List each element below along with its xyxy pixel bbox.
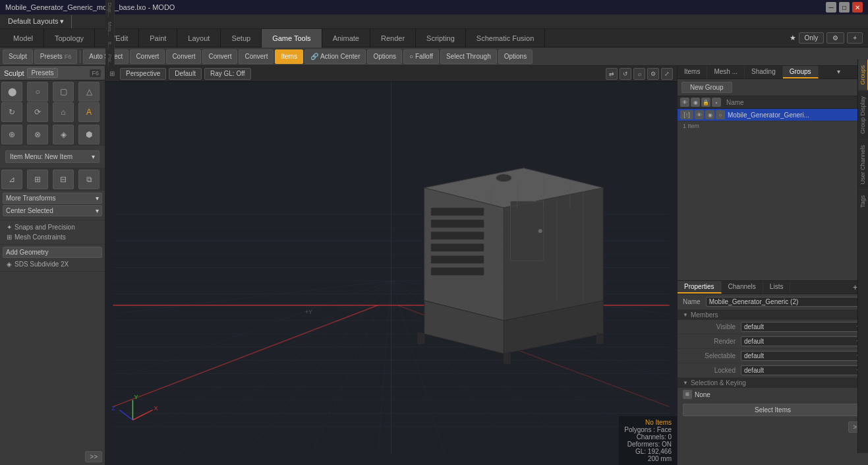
tab-render[interactable]: Render <box>370 29 416 47</box>
minimize-button[interactable]: ─ <box>826 2 836 13</box>
falloff-button[interactable]: ○ Falloff <box>403 49 439 64</box>
tab-model[interactable]: Model <box>3 29 44 47</box>
viewport-icon4[interactable]: ⚙ <box>647 68 659 80</box>
ray-gl-button[interactable]: Ray GL: Off <box>204 68 251 80</box>
tab-topology[interactable]: Topology <box>44 29 95 47</box>
viewport[interactable]: ⊞ Perspective Default Ray GL: Off ⇄ ↺ ⌕ … <box>105 66 677 465</box>
props-visible-dropdown[interactable]: default ▾ <box>741 322 863 332</box>
right-tab-groups[interactable]: Groups <box>783 66 819 78</box>
options1-button[interactable]: Options <box>367 49 401 64</box>
vtab-tags[interactable]: Tags <box>858 189 869 213</box>
presets-button[interactable]: Presets F6 <box>34 49 77 64</box>
groups-row-generator[interactable]: [↑] 👁 ◉ ○ Mobile_Generator_Generi... <box>678 109 868 121</box>
side-label-dup[interactable]: Dup... <box>106 0 113 19</box>
items-button[interactable]: Items <box>275 49 303 64</box>
props-locked-dropdown[interactable]: default ▾ <box>741 365 863 375</box>
select-items-button[interactable]: Select Items <box>683 404 863 416</box>
viewport-icon5[interactable]: ⤢ <box>661 68 673 80</box>
close-button[interactable]: ✕ <box>852 2 863 13</box>
props-tab-properties[interactable]: Properties <box>678 281 722 294</box>
new-group-button[interactable]: New Group <box>681 82 732 93</box>
viewport-icon3[interactable]: ⌕ <box>633 68 645 80</box>
viewport-icon1[interactable]: ⇄ <box>606 68 618 80</box>
props-name-input[interactable] <box>706 297 863 307</box>
sub-tool-1[interactable]: ⊕ <box>1 125 22 144</box>
tab-animate[interactable]: Animate <box>322 29 370 47</box>
props-render-dropdown[interactable]: default ▾ <box>741 336 863 346</box>
row-eye-icon[interactable]: 👁 <box>695 110 704 119</box>
select-through-button[interactable]: Select Through <box>440 49 497 64</box>
sub-tool-3[interactable]: ◈ <box>53 125 74 144</box>
maximize-button[interactable]: □ <box>839 2 850 13</box>
right-tab-items[interactable]: Items <box>678 66 707 78</box>
viewport-icon2[interactable]: ↺ <box>620 68 631 80</box>
convert1-button[interactable]: Convert <box>130 49 165 64</box>
right-tab-shading[interactable]: Shading <box>745 66 783 78</box>
svg-text:X: X <box>154 405 158 412</box>
vtab-user-channels[interactable]: User Channels <box>858 139 869 190</box>
tab-uvedit[interactable]: UVEdit <box>95 29 139 47</box>
sculpt-button[interactable]: Sculpt <box>3 49 33 64</box>
item-menu-dropdown[interactable]: Item Menu: New Item ▾ <box>5 150 100 163</box>
convert4-button[interactable]: Convert <box>239 49 274 64</box>
right-tab-mesh[interactable]: Mesh ... <box>707 66 745 78</box>
row-sel-icon[interactable]: ○ <box>716 110 725 119</box>
tab-game-tools[interactable]: Game Tools <box>262 29 322 47</box>
vtab-groups[interactable]: Groups <box>858 59 869 90</box>
tab-setup[interactable]: Setup <box>221 29 262 47</box>
tool-home[interactable]: ⌂ <box>53 102 74 122</box>
center-selected-btn[interactable]: Center Selected ▾ <box>3 205 102 216</box>
sub2-tool-1[interactable]: ⊿ <box>1 170 22 189</box>
more-transforms-btn[interactable]: More Transforms ▾ <box>3 193 102 204</box>
action-center-button[interactable]: 🔗 Action Center <box>304 49 366 64</box>
side-label-mes[interactable]: Mes... <box>106 19 113 39</box>
sub-tool-2[interactable]: ⊗ <box>27 125 48 144</box>
props-tab-lists[interactable]: Lists <box>763 281 791 294</box>
props-tab-plus[interactable]: + <box>853 283 857 292</box>
tool-transform[interactable]: ⟳ <box>27 102 48 122</box>
sds-subdivide-item[interactable]: ◈ SDS Subdivide 2X <box>3 259 102 269</box>
presets-btn[interactable]: Presets <box>27 68 59 78</box>
tab-schematic-fusion[interactable]: Schematic Fusion <box>466 29 545 47</box>
convert2-button[interactable]: Convert <box>166 49 201 64</box>
default-layouts-button[interactable]: Default Layouts ▾ <box>3 15 70 29</box>
add-geometry-btn[interactable]: Add Geometry <box>3 247 102 258</box>
tab-paint[interactable]: Paint <box>139 29 177 47</box>
sub2-tool-3[interactable]: ⊟ <box>53 170 74 189</box>
sub2-tool-2[interactable]: ⊞ <box>27 170 48 189</box>
svg-text:Z: Z <box>111 405 115 412</box>
props-tab-channels[interactable]: Channels <box>722 281 763 294</box>
groups-eye-icon[interactable]: 👁 <box>680 98 689 107</box>
tab-layout[interactable]: Layout <box>177 29 221 47</box>
default-button[interactable]: Default <box>169 68 202 80</box>
tool-circle[interactable]: ○ <box>27 82 48 102</box>
right-tab-expand[interactable]: ▾ <box>833 66 844 78</box>
tool-sphere[interactable]: ⬤ <box>1 82 22 102</box>
vtab-group-display[interactable]: Group Display <box>858 90 869 139</box>
groups-lock-icon[interactable]: 🔒 <box>701 98 710 107</box>
row-render-icon[interactable]: ◉ <box>705 110 714 119</box>
only-button[interactable]: Only <box>799 32 825 44</box>
sub-tool-4[interactable]: ⬢ <box>78 125 100 144</box>
expand-left-btn[interactable]: >> <box>85 451 102 462</box>
groups-render-icon[interactable]: ◉ <box>691 98 700 107</box>
svg-marker-51 <box>596 332 603 344</box>
props-selectable-dropdown[interactable]: default ▾ <box>741 351 863 361</box>
snaps-precision-item[interactable]: ✦ Snaps and Precision <box>3 222 102 232</box>
tool-cone[interactable]: △ <box>78 82 100 102</box>
add-tab-button[interactable]: + <box>847 32 863 44</box>
settings-button[interactable]: ⚙ <box>826 32 844 44</box>
options2-button[interactable]: Options <box>498 49 533 64</box>
tab-scripting[interactable]: Scripting <box>416 29 466 47</box>
row-bracket-icon[interactable]: [↑] <box>680 110 693 119</box>
tool-cube[interactable]: ▢ <box>53 82 74 102</box>
convert3-button[interactable]: Convert <box>202 49 237 64</box>
viewport-info: No Items Polygons : Face Channels: 0 Def… <box>619 416 677 465</box>
tool-rotate[interactable]: ↻ <box>1 102 22 122</box>
perspective-button[interactable]: Perspective <box>120 68 166 80</box>
groups-dot-icon[interactable]: • <box>712 98 721 107</box>
sub2-tool-4[interactable]: ⧉ <box>78 170 100 189</box>
mesh-constraints-item[interactable]: ⊞ Mesh Constraints <box>3 232 102 242</box>
tool-text[interactable]: A <box>78 102 100 122</box>
side-label-it[interactable]: It... <box>106 39 113 51</box>
